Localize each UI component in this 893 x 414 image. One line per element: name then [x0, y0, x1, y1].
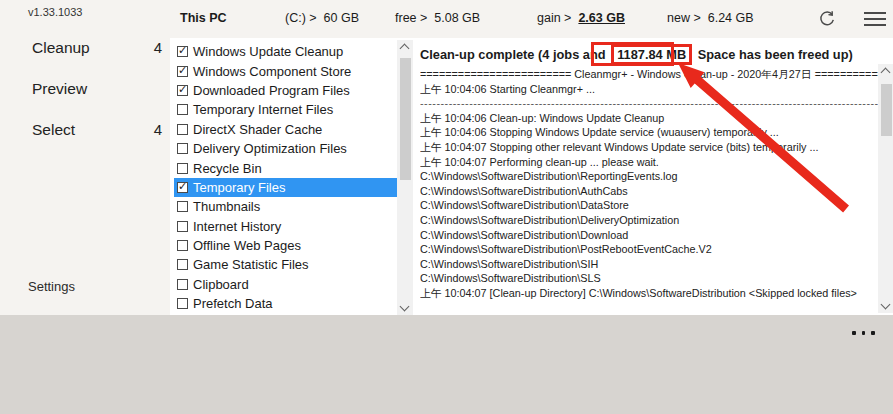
- checkbox[interactable]: [177, 201, 188, 212]
- checkbox[interactable]: [177, 259, 188, 270]
- log-line: C:\Windows\SoftwareDistribution\Delivery…: [420, 213, 878, 228]
- cleanup-item-label: DirectX Shader Cache: [193, 122, 322, 137]
- log-scrollbar[interactable]: [878, 64, 893, 313]
- cleanup-complete-header: Clean-up complete (4 jobs and 1187.84 MB…: [420, 44, 853, 65]
- log-line: ======================== Cleanmgr+ - Win…: [420, 67, 878, 82]
- nav-item-count: 4: [154, 39, 162, 56]
- list-scrollbar[interactable]: [397, 40, 413, 315]
- cleanup-list-item[interactable]: Windows Update Cleanup: [174, 42, 400, 61]
- sidebar-nav-item[interactable]: Select 4: [0, 121, 170, 143]
- cleanup-list-item[interactable]: Game Statistic Files: [174, 255, 400, 274]
- cleanup-list-item[interactable]: Temporary Internet Files: [174, 100, 400, 119]
- cleanup-item-label: Prefetch Data: [193, 296, 273, 311]
- checkbox[interactable]: [177, 46, 188, 57]
- log-line: 上午 10:04:07 Performing clean-up ... plea…: [420, 155, 878, 170]
- nav-item-label: Preview: [32, 80, 87, 98]
- cleanup-list-item[interactable]: Offline Web Pages: [174, 236, 400, 255]
- stat-value[interactable]: 6.24 GB: [708, 11, 754, 25]
- bottom-bar: [0, 315, 893, 414]
- cleanup-item-label: Game Statistic Files: [193, 257, 309, 272]
- cleanup-list-item[interactable]: Windows Component Store: [174, 61, 400, 80]
- cleanup-list-item[interactable]: Downloaded Program Files: [174, 81, 400, 100]
- checkbox[interactable]: [177, 298, 188, 309]
- log-output: ======================== Cleanmgr+ - Win…: [420, 67, 878, 301]
- scroll-down-icon[interactable]: [401, 303, 408, 310]
- nav-item-label: Cleanup: [32, 39, 90, 57]
- app-window: This PC (C:) >60 GB free >5.08 GB gain >…: [0, 0, 893, 414]
- cleanup-item-label: Recycle Bin: [193, 161, 262, 176]
- log-line: ----------------------------------------…: [420, 96, 878, 111]
- scroll-up-icon[interactable]: [882, 69, 889, 76]
- log-line: 上午 10:04:06 Clean-up: Windows Update Cle…: [420, 111, 878, 126]
- checkbox[interactable]: [177, 85, 188, 96]
- sidebar: v1.33.1033 Cleanup 4 Preview Select 4 Se…: [0, 0, 170, 315]
- header-pre: Clean-up complete (4 jobs and: [420, 47, 606, 62]
- drive-stat: new >6.24 GB: [667, 11, 754, 25]
- cleanup-list-item[interactable]: Recycle Bin: [174, 158, 400, 177]
- stat-label: free >: [395, 11, 427, 25]
- log-line: C:\Windows\SoftwareDistribution\SIH: [420, 257, 878, 272]
- stat-value[interactable]: 2.63 GB: [578, 11, 625, 25]
- log-line: 上午 10:04:07 Stopping other relevant Wind…: [420, 140, 878, 155]
- hamburger-icon: [864, 12, 886, 14]
- checkbox[interactable]: [177, 279, 188, 290]
- sidebar-nav-item[interactable]: Preview: [0, 80, 170, 102]
- version-label: v1.33.1033: [28, 6, 82, 18]
- stat-value[interactable]: 60 GB: [324, 11, 359, 25]
- stat-label: gain >: [537, 11, 571, 25]
- sidebar-nav-item[interactable]: Settings: [0, 279, 170, 301]
- checkbox[interactable]: [177, 163, 188, 174]
- nav-item-label: Select: [32, 121, 75, 139]
- list-scrollbar-thumb[interactable]: [400, 58, 411, 180]
- cleanup-item-label: Thumbnails: [193, 199, 260, 214]
- hamburger-menu-button[interactable]: [864, 12, 886, 26]
- nav-item-count: 4: [154, 121, 162, 138]
- stat-value[interactable]: 5.08 GB: [434, 11, 480, 25]
- cleanup-item-label: Windows Update Cleanup: [193, 44, 343, 59]
- sidebar-nav-item[interactable]: Cleanup 4: [0, 39, 170, 61]
- cleanup-item-label: Downloaded Program Files: [193, 83, 350, 98]
- cleanup-item-label: Windows Component Store: [193, 64, 351, 79]
- cleanup-item-label: Offline Web Pages: [193, 238, 301, 253]
- log-line: C:\Windows\SoftwareDistribution\AuthCabs: [420, 184, 878, 199]
- drive-stat: (C:) >60 GB: [285, 11, 359, 25]
- checkbox[interactable]: [177, 221, 188, 232]
- cleanup-list-item[interactable]: DirectX Shader Cache: [174, 120, 400, 139]
- more-options-button[interactable]: [852, 331, 875, 335]
- cleanup-list-item[interactable]: Temporary Files: [174, 178, 400, 197]
- checkbox[interactable]: [177, 143, 188, 154]
- cleanup-item-label: Temporary Files: [193, 180, 285, 195]
- checkbox[interactable]: [177, 124, 188, 135]
- checkbox[interactable]: [177, 104, 188, 115]
- scroll-up-icon[interactable]: [401, 45, 408, 52]
- log-scrollbar-thumb[interactable]: [881, 84, 892, 136]
- log-line: 上午 10:04:06 Stopping Windows Update serv…: [420, 125, 878, 140]
- log-line: C:\Windows\SoftwareDistribution\Reportin…: [420, 169, 878, 184]
- checkbox[interactable]: [177, 66, 188, 77]
- header-post: Space has been freed up): [698, 47, 853, 62]
- scroll-down-icon[interactable]: [882, 301, 889, 308]
- nav-item-label: Settings: [28, 279, 75, 294]
- cleanup-list-item[interactable]: Internet History: [174, 217, 400, 236]
- device-label: This PC: [180, 11, 227, 25]
- cleanup-list-item[interactable]: Prefetch Data: [174, 294, 400, 313]
- cleanup-list-item[interactable]: Thumbnails: [174, 197, 400, 216]
- stat-label: (C:) >: [285, 11, 317, 25]
- refresh-button[interactable]: [818, 10, 836, 28]
- drive-stat: free >5.08 GB: [395, 11, 480, 25]
- log-line: 上午 10:04:07 [Clean-up Directory] C:\Wind…: [420, 286, 878, 301]
- log-line: C:\Windows\SoftwareDistribution\DataStor…: [420, 198, 878, 213]
- checkbox[interactable]: [177, 240, 188, 251]
- log-line: 上午 10:04:06 Starting Cleanmgr+ ...: [420, 82, 878, 97]
- freed-space-value: 1187.84 MB: [611, 44, 692, 65]
- cleanup-list-item[interactable]: Delivery Optimization Files: [174, 139, 400, 158]
- refresh-icon: [818, 10, 836, 28]
- checkbox[interactable]: [177, 182, 188, 193]
- cleanup-list-item[interactable]: Clipboard: [174, 275, 400, 294]
- drive-stat: gain >2.63 GB: [537, 11, 625, 25]
- content-area: Windows Update Cleanup Windows Component…: [170, 38, 893, 315]
- ellipsis-icon: [852, 331, 856, 335]
- stat-label: new >: [667, 11, 701, 25]
- cleanup-item-label: Internet History: [193, 219, 281, 234]
- log-line: C:\Windows\SoftwareDistribution\Download: [420, 228, 878, 243]
